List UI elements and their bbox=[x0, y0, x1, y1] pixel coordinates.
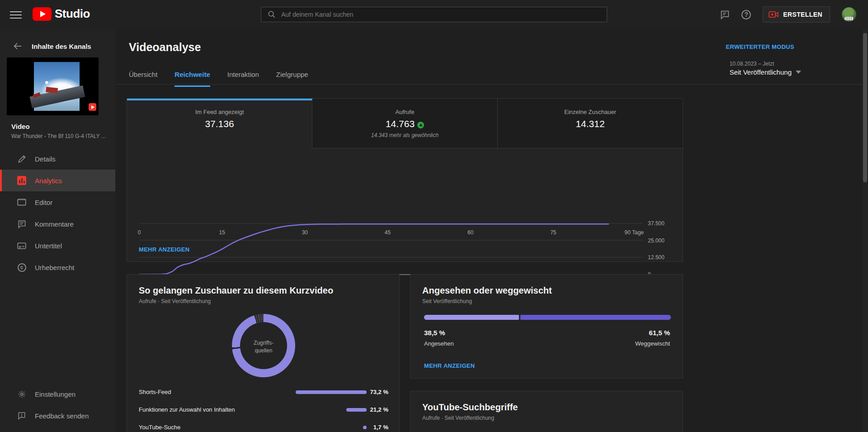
x-axis-tick: 60 bbox=[467, 229, 473, 236]
card-subtitle: Aufrufe · Seit Veröffentlichung bbox=[422, 415, 494, 421]
create-button[interactable]: ERSTELLEN bbox=[763, 6, 830, 23]
reach-chart-card: Im Feed angezeigt 37.136 Aufrufe 14.763 … bbox=[127, 98, 683, 262]
sidebar-item-label: Editor bbox=[35, 199, 52, 206]
video-kind-label: Video bbox=[11, 123, 30, 130]
channel-avatar[interactable] bbox=[842, 7, 856, 22]
metric-tab-aufrufe[interactable]: Aufrufe 14.763 14.343 mehr als gewöhnlic… bbox=[312, 99, 498, 148]
reach-line-chart[interactable] bbox=[127, 148, 683, 289]
subtitles-icon bbox=[16, 242, 27, 250]
copyright-icon: c bbox=[16, 263, 27, 272]
watched-percent: 38,5 % bbox=[424, 329, 445, 337]
youtube-play-icon bbox=[33, 7, 52, 21]
channel-search-bar[interactable] bbox=[261, 7, 607, 22]
traffic-bar bbox=[346, 408, 367, 412]
trend-up-icon bbox=[417, 122, 424, 128]
metric-label: Aufrufe bbox=[312, 109, 497, 115]
metric-value: 14.312 bbox=[498, 119, 683, 129]
show-more-link[interactable]: MEHR ANZEIGEN bbox=[139, 246, 189, 253]
metric-tab-im-feed-angezeigt[interactable]: Im Feed angezeigt 37.136 bbox=[127, 99, 312, 148]
traffic-value: 73,2 % bbox=[370, 389, 388, 395]
traffic-row-browse-features[interactable]: Funktionen zur Auswahl von Inhalten 21,2… bbox=[139, 401, 388, 418]
traffic-label: YouTube-Suche bbox=[139, 424, 180, 431]
sidebar-item-label: Details bbox=[35, 155, 56, 163]
editor-icon bbox=[16, 198, 27, 206]
x-axis-tick: 75 bbox=[550, 229, 556, 236]
pencil-icon bbox=[16, 155, 27, 163]
metric-note: 14.343 mehr als gewöhnlich bbox=[312, 132, 497, 138]
date-range-picker[interactable]: 10.08.2023 – Jetzt Seit Veröffentlichung bbox=[730, 61, 792, 76]
traffic-bar bbox=[363, 426, 367, 429]
youtube-studio-logo[interactable]: Studio bbox=[33, 7, 90, 21]
metric-tabs: Im Feed angezeigt 37.136 Aufrufe 14.763 … bbox=[127, 99, 683, 148]
hamburger-menu-icon[interactable] bbox=[10, 9, 22, 20]
sidebar-item-label: Untertitel bbox=[35, 242, 62, 250]
y-axis-tick: 25.000 bbox=[648, 237, 665, 244]
sidebar-item-analytics[interactable]: Analytics bbox=[0, 170, 115, 191]
traffic-sources-list: Shorts-Feed 73,2 % Funktionen zur Auswah… bbox=[139, 383, 388, 432]
y-axis-tick: 37.500 bbox=[648, 220, 665, 227]
donut-center-label: Zugriffs- quellen bbox=[240, 339, 287, 355]
swiped-segment bbox=[520, 315, 671, 320]
chevron-down-icon[interactable] bbox=[796, 71, 801, 74]
sidebar-item-label: Feedback senden bbox=[35, 412, 89, 420]
search-terms-card: YouTube-Suchbegriffe Aufrufe · Seit Verö… bbox=[410, 391, 683, 432]
watched-label: Angesehen bbox=[424, 340, 454, 347]
sidebar-item-comments[interactable]: Kommentare bbox=[0, 213, 115, 235]
comments-icon bbox=[16, 220, 27, 228]
shorts-badge-icon bbox=[89, 103, 96, 111]
card-subtitle: Aufrufe · Seit Veröffentlichung bbox=[139, 298, 211, 304]
traffic-bar bbox=[296, 390, 367, 394]
metric-tab-einzelne-zuschauer[interactable]: Einzelne Zuschauer 14.312 bbox=[498, 99, 683, 148]
sidebar: Inhalte des Kanals Video War Thunder - T… bbox=[0, 29, 115, 432]
back-arrow-icon[interactable] bbox=[13, 41, 23, 51]
scrollbar-thumb[interactable] bbox=[863, 33, 867, 182]
page-title: Videoanalyse bbox=[129, 41, 201, 54]
traffic-sources-card: So gelangen Zuschauer zu diesem Kurzvide… bbox=[127, 274, 400, 432]
studio-logo-text: Studio bbox=[55, 7, 90, 21]
send-feedback-icon bbox=[16, 412, 27, 420]
traffic-value: 1,7 % bbox=[373, 424, 388, 431]
video-title: War Thunder - The Bf 110 G-4 ITALY ... bbox=[11, 133, 106, 139]
sidebar-item-subtitles[interactable]: Untertitel bbox=[0, 235, 115, 256]
sidebar-header-title: Inhalte des Kanals bbox=[32, 43, 91, 50]
create-button-label: ERSTELLEN bbox=[783, 11, 822, 18]
help-icon[interactable]: ? bbox=[741, 10, 751, 19]
watched-swiped-bar-chart[interactable] bbox=[424, 315, 671, 320]
metric-label: Im Feed angezeigt bbox=[127, 109, 312, 115]
sidebar-item-settings[interactable]: Einstellungen bbox=[0, 383, 115, 405]
traffic-row-youtube-search[interactable]: YouTube-Suche 1,7 % bbox=[139, 418, 388, 432]
search-input[interactable] bbox=[281, 11, 600, 18]
traffic-sources-donut-chart[interactable]: Zugriffs- quellen bbox=[232, 314, 295, 377]
donut-hole: Zugriffs- quellen bbox=[240, 322, 287, 369]
x-axis-tick: 45 bbox=[385, 229, 391, 236]
main-content: Videoanalyse ERWEITERTER MODUS Übersicht… bbox=[115, 29, 868, 432]
video-thumbnail[interactable] bbox=[7, 57, 99, 115]
advanced-mode-link[interactable]: ERWEITERTER MODUS bbox=[726, 43, 794, 50]
sidebar-item-label: Einstellungen bbox=[35, 390, 75, 398]
sidebar-menu: Details Analytics Editor Kommentare Unte… bbox=[0, 148, 115, 278]
feedback-icon[interactable] bbox=[720, 10, 730, 19]
date-range-text: 10.08.2023 – Jetzt bbox=[730, 61, 792, 67]
traffic-label: Shorts-Feed bbox=[139, 389, 171, 395]
card-subtitle: Seit Veröffentlichung bbox=[422, 298, 472, 304]
sidebar-item-copyright[interactable]: c Urheberrecht bbox=[0, 256, 115, 278]
analytics-icon bbox=[16, 176, 27, 185]
show-more-link[interactable]: MEHR ANZEIGEN bbox=[424, 362, 475, 369]
traffic-value: 21,2 % bbox=[370, 406, 388, 413]
watched-segment bbox=[424, 315, 519, 320]
sidebar-item-details[interactable]: Details bbox=[0, 148, 115, 170]
create-video-icon bbox=[769, 10, 778, 19]
x-axis-tick: 15 bbox=[219, 229, 225, 236]
swiped-label: Weggewischt bbox=[635, 340, 670, 347]
sidebar-item-editor[interactable]: Editor bbox=[0, 191, 115, 213]
tabs-divider bbox=[115, 84, 868, 85]
page-scrollbar[interactable] bbox=[862, 29, 868, 432]
sidebar-footer: Einstellungen Feedback senden bbox=[0, 383, 115, 427]
traffic-label: Funktionen zur Auswahl von Inhalten bbox=[139, 406, 235, 413]
traffic-row-shorts-feed[interactable]: Shorts-Feed 73,2 % bbox=[139, 383, 388, 401]
search-icon bbox=[268, 10, 276, 19]
sidebar-item-label: Urheberrecht bbox=[35, 264, 75, 271]
sidebar-item-send-feedback[interactable]: Feedback senden bbox=[0, 405, 115, 427]
metric-label: Einzelne Zuschauer bbox=[498, 109, 683, 115]
x-axis-tick: 30 bbox=[302, 229, 308, 236]
